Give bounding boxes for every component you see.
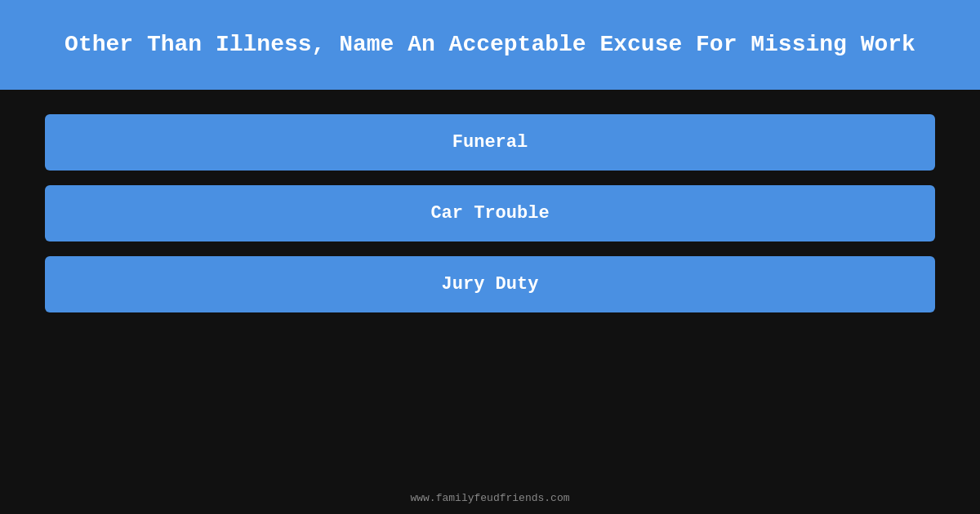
footer-section: www.familyfeudfriends.com: [0, 482, 980, 514]
answer-button-3[interactable]: Jury Duty: [45, 256, 935, 312]
footer-url: www.familyfeudfriends.com: [410, 492, 569, 504]
question-title: Other Than Illness, Name An Acceptable E…: [65, 30, 915, 60]
header-section: Other Than Illness, Name An Acceptable E…: [0, 0, 980, 90]
answer-button-2[interactable]: Car Trouble: [45, 185, 935, 241]
answer-button-1[interactable]: Funeral: [45, 114, 935, 171]
answers-container: Funeral Car Trouble Jury Duty: [0, 90, 980, 482]
